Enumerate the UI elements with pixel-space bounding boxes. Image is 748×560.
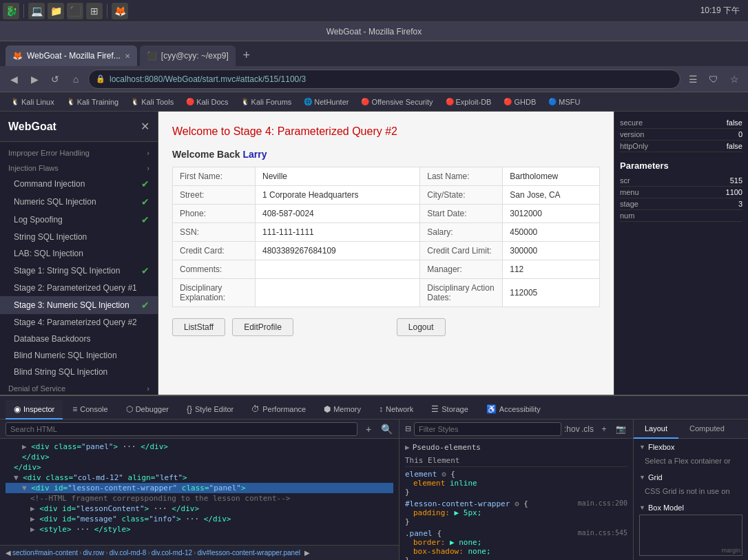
styles-filter-input[interactable] xyxy=(414,422,561,436)
field-value-disc-action-dates: 112005 xyxy=(503,279,600,307)
new-tab-button[interactable]: + xyxy=(238,47,255,63)
sidebar-item-stage4[interactable]: Stage 4: Parameterized Query #2 xyxy=(0,314,158,331)
bookmark-ghdb[interactable]: 🔴 GHDB xyxy=(498,96,541,107)
code-arrow-7[interactable]: ▶ xyxy=(30,504,35,513)
sidebar-close-button[interactable]: ✕ xyxy=(141,120,149,133)
logout-button[interactable]: Logout xyxy=(397,318,446,336)
pseudo-elements-row[interactable]: ▶ Pseudo-elements xyxy=(405,442,627,453)
bookmark-kali-forums[interactable]: 🐧 Kali Forums xyxy=(236,96,298,107)
breadcrumb-div-col-md-12[interactable]: div.col-md-12 xyxy=(152,549,192,557)
sidebar-item-command-injection[interactable]: Command Injection ✔ xyxy=(0,175,158,193)
sidebar-item-command-injection-check: ✔ xyxy=(141,178,149,189)
devtools-tab-accessibility[interactable]: ♿ Accessibility xyxy=(478,400,549,419)
devtools-tab-storage[interactable]: ☰ Storage xyxy=(423,400,477,419)
bookmarks-list-button[interactable]: ☰ xyxy=(685,71,701,87)
sidebar-category-dos[interactable]: Denial of Service › xyxy=(0,380,158,395)
tab-close-webgoat[interactable]: ✕ xyxy=(125,52,130,60)
back-button[interactable]: ◀ xyxy=(6,71,22,87)
pocket-button[interactable]: 🛡 xyxy=(705,71,722,87)
devtools-tab-memory[interactable]: ⬢ Memory xyxy=(315,400,369,419)
right-panel-scr-row: scr 515 xyxy=(620,175,742,187)
bookmark-ghdb-label: GHDB xyxy=(514,98,536,106)
liststaff-button[interactable]: ListStaff xyxy=(172,318,225,336)
sidebar-item-blind-string[interactable]: Blind String SQL Injection xyxy=(0,364,158,380)
bookmark-kali-linux[interactable]: 🐧 Kali Linux xyxy=(6,96,60,107)
bookmark-msfu-icon: 🔵 xyxy=(548,98,557,105)
browser-tab-terminal[interactable]: ⬛ [cyy@cyy: ~/exp9] xyxy=(140,45,236,66)
layout-tab-layout[interactable]: Layout xyxy=(634,419,678,439)
html-add-button[interactable]: + xyxy=(362,422,375,436)
bookmark-exploit-db[interactable]: 🔴 Exploit-DB xyxy=(440,96,497,107)
os-icon-dragon[interactable]: 🐉 xyxy=(3,3,19,19)
devtools-tab-console[interactable]: ≡ Console xyxy=(64,400,116,419)
breadcrumb-div-row[interactable]: div.row xyxy=(83,549,104,557)
os-icon-desktop[interactable]: 💻 xyxy=(28,3,45,19)
breadcrumb-div-col-md-8[interactable]: div.col-md-8 xyxy=(110,549,147,557)
version-key: version xyxy=(620,130,644,138)
home-button[interactable]: ⌂ xyxy=(67,71,84,87)
code-arrow-1[interactable]: ▶ xyxy=(22,442,27,451)
devtools-tab-debugger[interactable]: ⬡ Debugger xyxy=(118,400,177,419)
browser-tab-webgoat[interactable]: 🦊 WebGoat - Mozilla Firef... ✕ xyxy=(6,45,137,66)
code-line-3: </div> xyxy=(6,462,393,473)
sidebar-item-stage3-label: Stage 3: Numeric SQL Injection xyxy=(14,300,129,310)
bookmark-exploit-db-icon: 🔴 xyxy=(446,98,454,105)
os-icon-terminal[interactable]: ⬛ xyxy=(67,3,83,19)
code-arrow-8[interactable]: ▶ xyxy=(30,515,35,523)
styles-cls-button[interactable]: .cls xyxy=(581,422,594,436)
bookmark-kali-tools[interactable]: 🐧 Kali Tools xyxy=(125,96,179,107)
devtools-tab-network[interactable]: ↕ Network xyxy=(371,400,422,419)
scr-key: scr xyxy=(620,176,630,185)
code-arrow-4[interactable]: ▼ xyxy=(14,473,19,482)
field-label-phone: Phone: xyxy=(173,205,256,223)
reload-button[interactable]: ↺ xyxy=(47,71,63,87)
star-button[interactable]: ☆ xyxy=(726,71,742,87)
sidebar-item-stage2[interactable]: Stage 2: Parameterized Query #1 xyxy=(0,280,158,296)
styles-screenshot-button[interactable]: 📷 xyxy=(614,422,627,436)
sidebar-item-blind-numeric[interactable]: Blind Numeric SQL Injection xyxy=(0,347,158,364)
breadcrumb-nav-prev[interactable]: ◀ xyxy=(6,549,11,557)
devtools-tab-style-editor[interactable]: {} Style Editor xyxy=(178,400,242,419)
os-icon-apps[interactable]: ⊞ xyxy=(86,3,103,19)
sidebar-category-error-handling[interactable]: Improper Error Handling › xyxy=(0,145,158,160)
bookmark-msfu[interactable]: 🔵 MSFU xyxy=(543,96,585,107)
bookmark-nethunter[interactable]: 🌐 NetHunter xyxy=(298,96,354,107)
breadcrumb-section[interactable]: section#main-content xyxy=(12,549,78,557)
editprofile-button[interactable]: EditProfile xyxy=(232,318,293,336)
html-pick-button[interactable]: 🔍 xyxy=(380,422,393,436)
styles-hov-button[interactable]: :hov xyxy=(564,422,578,436)
sidebar-item-log-spoofing[interactable]: Log Spoofing ✔ xyxy=(0,211,158,229)
sidebar-item-stage1[interactable]: Stage 1: String SQL Injection ✔ xyxy=(0,262,158,280)
forward-button[interactable]: ▶ xyxy=(26,71,43,87)
breadcrumb-nav-next[interactable]: ▶ xyxy=(304,549,310,557)
sidebar-item-lab-sql[interactable]: LAB: SQL Injection xyxy=(0,245,158,262)
devtools-tab-performance[interactable]: ⏱ Performance xyxy=(243,400,314,419)
sidebar-item-db-backdoors[interactable]: Database Backdoors xyxy=(0,331,158,347)
os-icon-files[interactable]: 📁 xyxy=(48,3,64,19)
devtools-tab-storage-label: Storage xyxy=(441,405,468,413)
page-content: Welcome to Stage 4: Parameterized Query … xyxy=(158,112,614,395)
address-box[interactable]: 🔒 localhost:8080/WebGoat/start.mvc#attac… xyxy=(88,70,681,89)
sidebar-header: WebGoat ✕ xyxy=(0,112,158,142)
bookmark-kali-training[interactable]: 🐧 Kali Training xyxy=(61,96,125,107)
welcome-greeting: Welcome Back Larry xyxy=(172,149,600,160)
code-line-5-highlighted[interactable]: ▼ <div id="lesson-content-wrapper" class… xyxy=(6,483,393,493)
search-html-input[interactable] xyxy=(6,422,357,436)
devtools-tab-inspector[interactable]: ◉ Inspector xyxy=(6,400,63,419)
code-line-2: </div> xyxy=(6,452,393,462)
breadcrumb-div-lesson-content[interactable]: div#lesson-content-wrapper.panel xyxy=(197,549,300,557)
sidebar-item-string-sql-label: String SQL Injection xyxy=(14,232,87,242)
bookmark-offensive-security[interactable]: 🔴 Offensive Security xyxy=(355,96,438,107)
sidebar-item-stage3[interactable]: Stage 3: Numeric SQL Injection ✔ xyxy=(0,296,158,314)
sidebar-item-numeric-sql[interactable]: Numeric SQL Injection ✔ xyxy=(0,193,158,211)
styles-add-button[interactable]: + xyxy=(597,422,611,436)
sidebar-category-injection[interactable]: Injection Flaws › xyxy=(0,160,158,175)
os-time: 10:19 下午 xyxy=(700,5,745,17)
layout-tab-computed[interactable]: Computed xyxy=(678,419,736,439)
code-arrow-5[interactable]: ▼ xyxy=(22,484,27,492)
bookmark-kali-docs[interactable]: 🔴 Kali Docs xyxy=(180,96,233,107)
code-arrow-9[interactable]: ▶ xyxy=(30,525,35,534)
os-icon-firefox[interactable]: 🦊 xyxy=(112,3,128,19)
sidebar-item-string-sql[interactable]: String SQL Injection xyxy=(0,229,158,245)
field-value-firstname: Neville xyxy=(256,167,420,186)
